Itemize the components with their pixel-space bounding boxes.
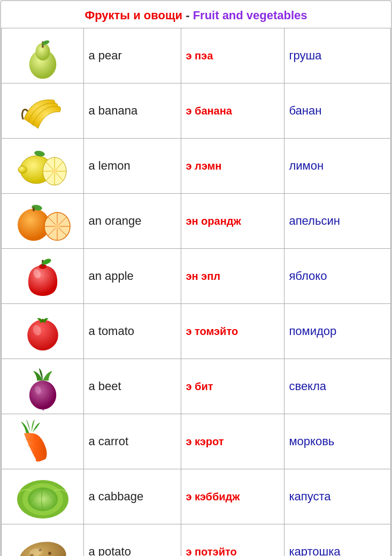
cell-russian-apple: яблоко (285, 249, 391, 304)
cell-image-banana (2, 83, 84, 139)
cell-transcription-lemon: э лэмн (181, 139, 285, 194)
cell-transcription-orange: эн орандж (181, 194, 285, 249)
beet-image (13, 362, 72, 410)
potato-image (13, 528, 72, 556)
table-row: a potatoэ потэйтокартошка (2, 524, 391, 557)
cell-image-potato (2, 524, 84, 557)
table-row: a carrotэ кэротморковь (2, 414, 391, 469)
cell-image-tomato (2, 304, 84, 359)
cell-english-potato: a potato (84, 524, 181, 557)
cell-transcription-pear: э пэа (181, 28, 285, 83)
cell-russian-tomato: помидор (285, 304, 391, 359)
orange-image (13, 197, 72, 245)
cell-russian-lemon: лимон (285, 139, 391, 194)
cell-transcription-potato: э потэйто (181, 524, 285, 557)
apple-image (13, 252, 72, 300)
carrot-image (13, 417, 72, 466)
cell-english-orange: an orange (84, 194, 181, 249)
cell-russian-pear: груша (285, 28, 391, 83)
cell-transcription-banana: э банана (181, 83, 285, 139)
svg-point-15 (52, 169, 57, 174)
table-row: a lemonэ лэмнлимон (2, 139, 391, 194)
table-row: a pearэ пэагруша (2, 28, 391, 83)
cell-transcription-cabbage: э кэббидж (181, 469, 285, 524)
cell-transcription-tomato: э томэйто (181, 304, 285, 359)
cell-english-pear: a pear (84, 28, 181, 83)
table-row: a beetэ битсвекла (2, 359, 391, 414)
title-russian: Фрукты и овощи (84, 9, 182, 22)
cabbage-image (13, 473, 72, 521)
lemon-image (13, 142, 72, 190)
cell-russian-banana: банан (285, 83, 391, 139)
svg-point-37 (17, 538, 68, 556)
cell-image-pear (2, 28, 84, 83)
table-row: a cabbageэ кэббиджкапуста (2, 469, 391, 524)
title-english: Fruit and vegetables (193, 9, 308, 22)
svg-point-24 (54, 223, 60, 230)
svg-point-32 (29, 380, 56, 409)
cell-image-carrot (2, 414, 84, 469)
cell-transcription-apple: эн эпл (181, 249, 285, 304)
table-row: an appleэн эпляблоко (2, 249, 391, 304)
svg-point-40 (48, 552, 51, 555)
cell-english-lemon: a lemon (84, 139, 181, 194)
svg-rect-31 (42, 319, 44, 323)
title-bar: Фрукты и овощи - Fruit and vegetables (1, 1, 391, 28)
title-dash: - (182, 9, 193, 22)
pear-image (13, 32, 72, 80)
table-row: a bananaэ бананабанан (2, 83, 391, 139)
svg-point-29 (27, 319, 58, 351)
cell-russian-beet: свекла (285, 359, 391, 414)
banana-image (13, 87, 72, 135)
cell-transcription-beet: э бит (181, 359, 285, 414)
cell-image-cabbage (2, 469, 84, 524)
cell-english-beet: a beet (84, 359, 181, 414)
main-card: Фрукты и овощи - Fruit and vegetables (0, 0, 392, 556)
cell-image-apple (2, 249, 84, 304)
cell-russian-orange: апельсин (285, 194, 391, 249)
svg-rect-18 (33, 207, 35, 211)
cell-english-apple: an apple (84, 249, 181, 304)
tomato-image (13, 307, 72, 355)
vocab-table: a pearэ пэагруша a bananaэ бананабанан (1, 28, 391, 556)
cell-russian-cabbage: капуста (285, 469, 391, 524)
table-row: an orangeэн оранджапельсин (2, 194, 391, 249)
cell-english-carrot: a carrot (84, 414, 181, 469)
table-row: a tomatoэ томэйтопомидор (2, 304, 391, 359)
cell-english-tomato: a tomato (84, 304, 181, 359)
cell-image-lemon (2, 139, 84, 194)
svg-point-8 (18, 166, 27, 173)
cell-russian-carrot: морковь (285, 414, 391, 469)
svg-point-36 (28, 488, 58, 511)
cell-image-beet (2, 359, 84, 414)
cell-image-orange (2, 194, 84, 249)
cell-english-banana: a banana (84, 83, 181, 139)
cell-english-cabbage: a cabbage (84, 469, 181, 524)
cell-russian-potato: картошка (285, 524, 391, 557)
cell-transcription-carrot: э кэрот (181, 414, 285, 469)
